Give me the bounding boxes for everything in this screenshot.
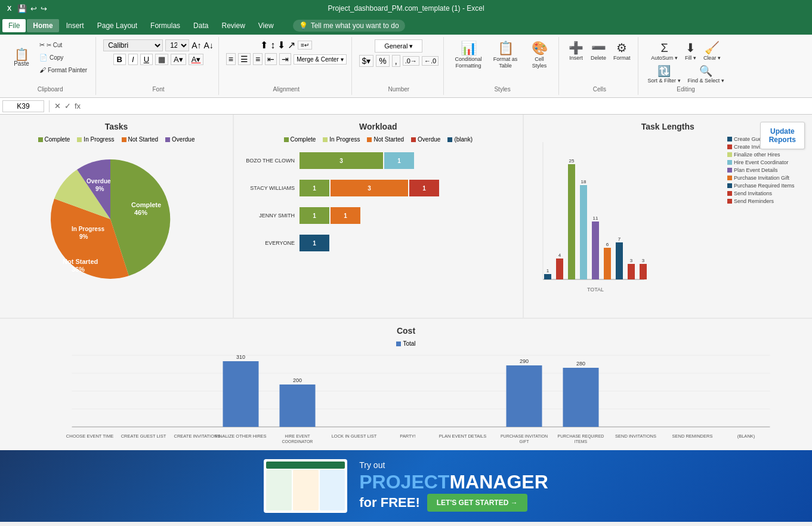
align-bottom-icon[interactable]: ⬇	[277, 39, 285, 51]
pie-complete-label: Complete	[131, 201, 161, 208]
tl-val4: 18	[581, 179, 586, 184]
number-format-box[interactable]: General ▾	[375, 39, 422, 53]
increase-decimal-icon[interactable]: .0→	[403, 56, 419, 66]
font-grow-icon[interactable]: A↑	[192, 41, 201, 50]
cells-label: Cells	[593, 85, 606, 93]
increase-indent-icon[interactable]: ⇥	[279, 53, 291, 65]
text-angle-icon[interactable]: ↗	[288, 39, 295, 51]
wrap-text-button[interactable]: ≡↵	[298, 41, 312, 50]
autosum-button[interactable]: Σ AutoSum ▾	[649, 40, 680, 62]
insert-button[interactable]: ➕ Insert	[566, 39, 586, 62]
formula-input[interactable]	[83, 102, 810, 110]
jenny-label: JENNY SMITH	[241, 213, 295, 219]
autosum-label: AutoSum ▾	[651, 55, 678, 61]
pie-notstarted-label: Not Started	[63, 258, 98, 265]
tl-val7: 7	[618, 236, 620, 242]
font-name-select[interactable]: Calibri	[103, 39, 163, 51]
tl-l9-dot	[727, 199, 732, 204]
borders-icon[interactable]: ▦	[155, 54, 168, 65]
fill-button[interactable]: ⬇ Fill ▾	[683, 39, 699, 62]
wl-bl-lbl: (blank)	[454, 136, 473, 143]
cell-reference-input[interactable]	[2, 100, 44, 112]
paste-icon: 📋	[14, 48, 29, 60]
font-color-icon[interactable]: A▾	[189, 54, 204, 65]
workload-chart: BOZO THE CLOWN 3 1 STACY WILLIAMS 1 3 1	[241, 147, 515, 267]
copy-button[interactable]: 📄 Copy	[36, 52, 91, 63]
percent-button[interactable]: %	[376, 55, 389, 67]
clear-button[interactable]: 🧹 Clear ▾	[701, 39, 723, 62]
update-reports-button[interactable]: UpdateReports	[760, 122, 805, 149]
align-center-icon[interactable]: ☰	[238, 53, 251, 65]
tl-bar4	[580, 185, 587, 279]
align-right-icon[interactable]: ≡	[253, 53, 263, 65]
wl-bl-dot	[447, 137, 452, 142]
inprogress-dot	[77, 137, 82, 142]
jenny-bars: 1 1	[300, 207, 360, 224]
bold-button[interactable]: B	[113, 54, 126, 65]
bozo-bar2: 1	[384, 152, 414, 169]
tl-l7-dot	[727, 183, 732, 188]
merge-center-button[interactable]: Merge & Center ▾	[294, 54, 346, 64]
quick-access-save[interactable]: 💾	[17, 4, 27, 13]
banner-cta-button[interactable]: LET'S GET STARTED →	[427, 494, 527, 512]
align-top-icon[interactable]: ⬆	[260, 39, 268, 51]
stacy-bar3: 1	[409, 180, 439, 196]
decrease-decimal-icon[interactable]: ←.0	[422, 56, 439, 66]
font-shrink-icon[interactable]: A↓	[203, 41, 213, 50]
inprogress-label: In Progress	[84, 136, 114, 143]
format-table-label: Format as Table	[490, 56, 520, 69]
tl-l3-lbl: Finalize other Hires	[734, 152, 780, 158]
copy-icon: 📄	[39, 54, 48, 61]
quick-access-redo[interactable]: ↪	[41, 4, 47, 13]
clear-label: Clear ▾	[703, 55, 721, 61]
font-size-select[interactable]: 12	[165, 39, 189, 51]
decrease-indent-icon[interactable]: ⇤	[265, 53, 277, 65]
delete-button[interactable]: ➖ Delete	[588, 39, 609, 62]
tl-l2-dot	[727, 144, 732, 149]
underline-button[interactable]: U	[140, 54, 153, 65]
menu-data[interactable]: Data	[187, 19, 214, 32]
title-bar-left: X 💾 ↩ ↪	[5, 4, 47, 13]
jenny-bar1: 1	[300, 207, 329, 224]
clipboard-sub: ✂ ✂ Cut 📄 Copy 🖌 Format Painter	[36, 39, 91, 75]
workload-row-stacy: STACY WILLIAMS 1 3 1	[241, 180, 515, 196]
format-painter-button[interactable]: 🖌 Format Painter	[36, 64, 91, 75]
menu-formulas[interactable]: Formulas	[144, 19, 186, 32]
cost-legend: Total	[7, 340, 805, 347]
menu-insert[interactable]: Insert	[60, 19, 90, 32]
currency-button[interactable]: $▾	[359, 55, 374, 67]
tl-l8-lbl: Send Invitations	[734, 190, 772, 196]
cancel-formula-icon[interactable]: ✕	[54, 101, 61, 110]
format-button[interactable]: ⚙ Format	[611, 39, 633, 62]
clipboard-row: 📋 Paste ✂ ✂ Cut 📄 Copy 🖌 Format Painter	[10, 39, 91, 75]
conditional-formatting-button[interactable]: 📊 Conditional Formatting	[451, 39, 486, 70]
menu-home[interactable]: Home	[27, 19, 58, 32]
menu-page-layout[interactable]: Page Layout	[91, 19, 143, 32]
menu-view[interactable]: View	[252, 19, 280, 32]
menu-file[interactable]: File	[2, 19, 26, 32]
title-bar: X 💾 ↩ ↪ Project_dashboard_PM.com_templat…	[0, 0, 812, 17]
clipboard-label: Clipboard	[38, 85, 63, 93]
menu-review[interactable]: Review	[215, 19, 251, 32]
sort-filter-button[interactable]: 🔃 Sort & Filter ▾	[646, 63, 683, 85]
format-as-table-button[interactable]: 📋 Format as Table	[488, 39, 523, 70]
insert-function-icon[interactable]: fx	[75, 101, 81, 110]
cell-styles-button[interactable]: 🎨 Cell Styles	[525, 39, 554, 70]
align-left-icon[interactable]: ≡	[226, 53, 236, 65]
comma-button[interactable]: ,	[392, 55, 400, 67]
find-select-button[interactable]: 🔍 Find & Select ▾	[686, 63, 727, 85]
italic-button[interactable]: I	[128, 54, 138, 65]
align-middle-icon[interactable]: ↕	[270, 40, 275, 51]
font-row2: B I U ▦ A▾ A▾	[113, 54, 204, 65]
dashboard: Tasks Complete In Progress Not Started O…	[0, 115, 812, 450]
tl-l5-lbl: Plan Event Details	[734, 167, 778, 173]
cut-button[interactable]: ✂ ✂ Cut	[36, 39, 91, 51]
paste-button[interactable]: 📋 Paste	[10, 45, 33, 70]
confirm-formula-icon[interactable]: ✓	[64, 101, 71, 110]
tell-me-box[interactable]: 💡 Tell me what you want to do	[293, 20, 405, 32]
fill-color-icon[interactable]: A▾	[171, 54, 186, 65]
quick-access-undo[interactable]: ↩	[30, 4, 37, 13]
tl-val3: 25	[569, 158, 574, 164]
cut-icon: ✂	[39, 41, 45, 49]
cost-total-dot	[396, 342, 401, 346]
